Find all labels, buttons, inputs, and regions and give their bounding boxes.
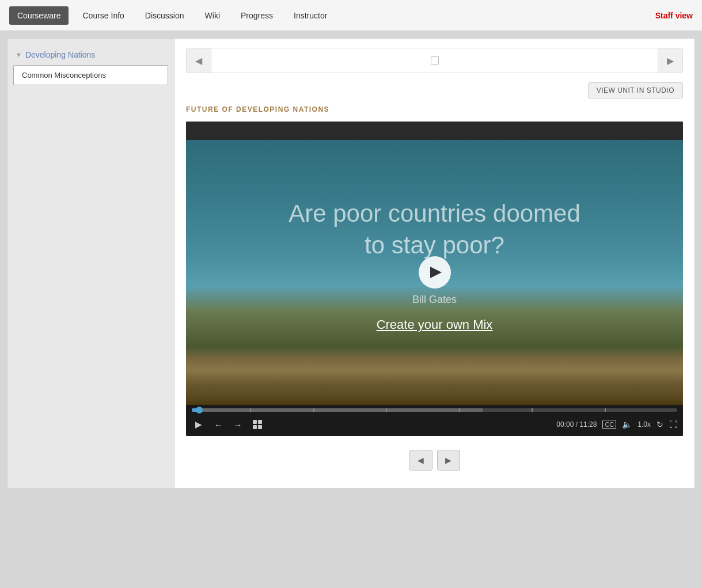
total-time: 11:28 [579, 420, 597, 428]
chapter-markers [192, 408, 677, 412]
nav-tab-wiki[interactable]: Wiki [195, 2, 230, 29]
play-button[interactable] [419, 256, 451, 289]
video-author: Bill Gates [186, 294, 683, 306]
chapter-marker-4 [459, 408, 460, 412]
video-overlay-text: Are poor countries doomed to stay poor? [186, 198, 683, 261]
current-time: 00:00 [556, 420, 574, 428]
chapter-marker-3 [386, 408, 387, 412]
bottom-navigation: ◀ ▶ [186, 450, 683, 471]
nav-tab-course-info[interactable]: Course Info [72, 2, 134, 29]
prev-unit-button[interactable]: ◀ [187, 48, 211, 73]
bottom-next-button[interactable]: ▶ [437, 450, 460, 471]
staff-view-link[interactable]: Staff view [655, 11, 693, 20]
view-studio-row: VIEW UNIT IN STUDIO [186, 82, 683, 98]
nav-tab-instructor[interactable]: Instructor [283, 2, 337, 29]
video-back-btn[interactable]: ← [211, 418, 225, 431]
unit-indicator [211, 48, 658, 73]
content-navigation: ◀ ▶ [186, 48, 683, 73]
sidebar-section-name: Developing Nations [25, 50, 95, 59]
cc-button[interactable]: CC [602, 420, 616, 429]
grid-icon [253, 420, 262, 429]
sidebar-section-title[interactable]: ▼ Developing Nations [7, 47, 174, 65]
video-top-bar [186, 122, 683, 140]
video-main[interactable]: Are poor countries doomed to stay poor? … [186, 140, 683, 405]
section-label: FUTURE OF DEVELOPING NATIONS [186, 105, 683, 113]
nav-tab-courseware[interactable]: Courseware [9, 6, 69, 25]
speed-button[interactable]: 1.0x [638, 420, 651, 428]
volume-icon[interactable]: 🔈 [622, 420, 632, 429]
sidebar-item-common-misconceptions[interactable]: Common Misconceptions [13, 65, 168, 85]
video-play-btn[interactable]: ▶ [192, 418, 206, 431]
loop-icon[interactable]: ↻ [657, 420, 663, 429]
bottom-prev-button[interactable]: ◀ [409, 450, 432, 471]
main-container: ▼ Developing Nations Common Misconceptio… [7, 38, 695, 488]
unit-dot [431, 56, 439, 65]
video-controls: ▶ ← → 00:00 / 11:28 CC 🔈 [186, 414, 683, 436]
video-player: Are poor countries doomed to stay poor? … [186, 122, 683, 436]
fullscreen-icon[interactable]: ⛶ [669, 420, 677, 429]
video-chapters-btn[interactable] [251, 418, 264, 431]
sidebar: ▼ Developing Nations Common Misconceptio… [7, 38, 174, 488]
chapter-marker-1 [250, 408, 251, 412]
view-studio-button[interactable]: VIEW UNIT IN STUDIO [588, 82, 683, 98]
create-mix-link[interactable]: Create your own Mix [186, 317, 683, 332]
progress-bar[interactable] [192, 408, 677, 412]
video-forward-btn[interactable]: → [231, 418, 245, 431]
next-unit-button[interactable]: ▶ [658, 48, 682, 73]
chapter-marker-2 [313, 408, 314, 412]
video-progress-area [186, 405, 683, 414]
nav-tab-progress[interactable]: Progress [230, 2, 283, 29]
chapter-marker-6 [605, 408, 606, 412]
top-navigation: Courseware Course Info Discussion Wiki P… [0, 0, 702, 31]
nav-tab-discussion[interactable]: Discussion [135, 2, 195, 29]
content-area: ◀ ▶ VIEW UNIT IN STUDIO FUTURE OF DEVELO… [174, 38, 695, 488]
play-icon [430, 267, 442, 278]
video-time: 00:00 / 11:28 [556, 420, 597, 428]
section-collapse-arrow: ▼ [16, 51, 22, 58]
chapter-marker-5 [532, 408, 533, 412]
